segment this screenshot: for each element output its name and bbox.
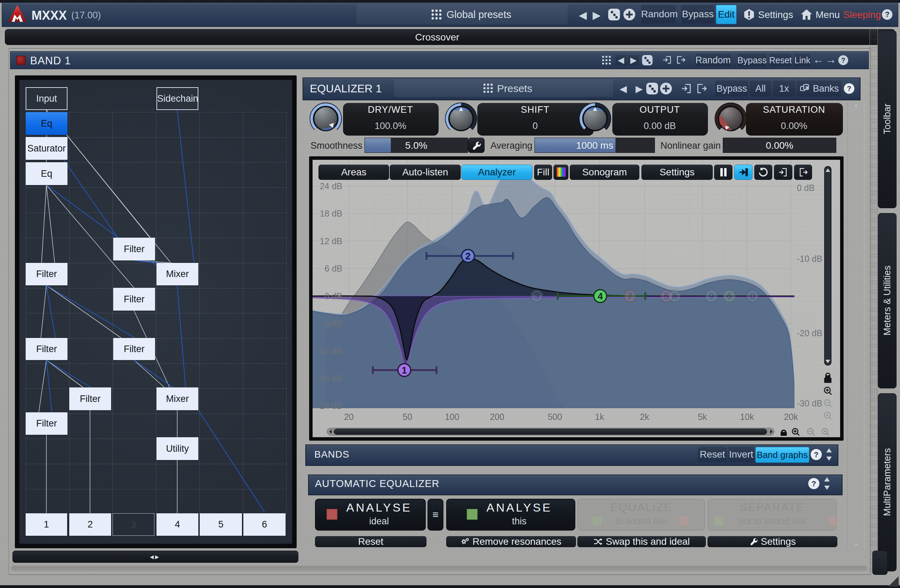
svg-text:-18 dB: -18 dB bbox=[317, 374, 342, 383]
svg-text:?: ? bbox=[814, 450, 818, 459]
svg-text:6: 6 bbox=[727, 291, 732, 301]
svg-text:5k: 5k bbox=[698, 412, 707, 422]
svg-text:?: ? bbox=[885, 10, 889, 19]
svg-text:500: 500 bbox=[548, 412, 562, 422]
svg-text:50: 50 bbox=[403, 412, 412, 422]
svg-text:20: 20 bbox=[344, 412, 354, 422]
svg-text:2k: 2k bbox=[640, 412, 649, 422]
svg-text:1: 1 bbox=[402, 365, 407, 376]
svg-text:0: 0 bbox=[750, 291, 755, 301]
svg-text:2: 2 bbox=[465, 251, 470, 262]
svg-text:-6 dB: -6 dB bbox=[321, 319, 342, 328]
svg-text:12 dB: 12 dB bbox=[320, 236, 342, 246]
svg-text:8: 8 bbox=[672, 291, 677, 301]
svg-text:0 dB: 0 dB bbox=[325, 291, 342, 301]
svg-text:9: 9 bbox=[709, 291, 714, 301]
svg-text:3: 3 bbox=[534, 291, 539, 301]
svg-text:200: 200 bbox=[490, 412, 504, 422]
svg-text:-20 dB: -20 dB bbox=[797, 328, 822, 338]
svg-text:?: ? bbox=[841, 56, 845, 64]
svg-text:24 dB: 24 dB bbox=[320, 181, 342, 191]
svg-text:0 dB: 0 dB bbox=[797, 183, 815, 193]
svg-text:6 dB: 6 dB bbox=[325, 263, 342, 273]
svg-text:10k: 10k bbox=[740, 412, 754, 422]
svg-text:?: ? bbox=[812, 480, 816, 488]
svg-text:?: ? bbox=[847, 84, 852, 92]
svg-text:20k: 20k bbox=[784, 412, 798, 422]
svg-text:-12 dB: -12 dB bbox=[317, 346, 342, 356]
svg-text:18 dB: 18 dB bbox=[320, 209, 342, 218]
svg-text:-10 dB: -10 dB bbox=[797, 254, 822, 263]
svg-text:-30 dB: -30 dB bbox=[797, 398, 822, 408]
svg-text:7: 7 bbox=[628, 291, 632, 301]
svg-text:1k: 1k bbox=[595, 412, 604, 422]
svg-text:100: 100 bbox=[445, 412, 459, 422]
svg-text:4: 4 bbox=[597, 291, 603, 302]
svg-text:-24 dB: -24 dB bbox=[317, 401, 342, 410]
